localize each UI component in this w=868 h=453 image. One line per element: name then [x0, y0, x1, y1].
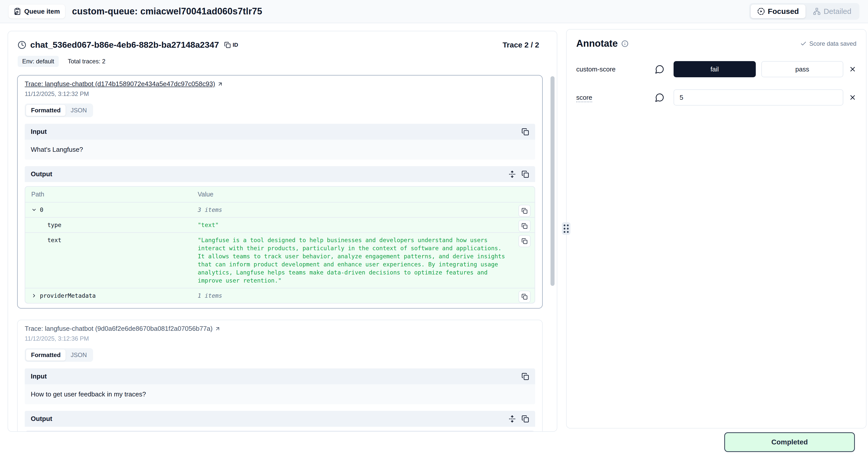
- annotate-header: Annotate Score data saved: [576, 38, 857, 49]
- annotate-title: Annotate: [576, 38, 618, 49]
- info-icon[interactable]: [621, 40, 628, 47]
- chevron-down-icon[interactable]: [31, 207, 37, 213]
- output-label: Output: [31, 415, 52, 423]
- comment-button[interactable]: [655, 64, 664, 74]
- output-label: Output: [31, 170, 52, 178]
- trace-panel-header: chat_536ed067-b86e-4eb6-882b-ba27148a234…: [8, 31, 557, 50]
- table-row: providerMetadata 1 items: [25, 288, 535, 303]
- input-value: How to get user feedback in my traces?: [25, 384, 535, 404]
- row-key: 0: [40, 206, 43, 214]
- focused-view-button[interactable]: Focused: [751, 4, 805, 18]
- json-table-header: Path Value: [25, 431, 535, 432]
- trace-list: Trace: langfuse-chatbot (d174b1589072e43…: [17, 75, 543, 432]
- input-section-header: Input: [25, 124, 535, 140]
- network-icon: [813, 7, 820, 15]
- row-value: 3 items: [198, 206, 529, 214]
- expand-output-button[interactable]: [508, 170, 516, 178]
- external-link-icon: [215, 326, 221, 332]
- external-link-icon: [217, 81, 223, 87]
- chevron-right-icon[interactable]: [31, 293, 37, 299]
- total-traces: Total traces: 2: [68, 58, 105, 65]
- queue-item-name: chat_536ed067-b86e-4eb6-882b-ba27148a234…: [30, 40, 219, 50]
- column-value: Value: [198, 191, 529, 198]
- table-row: text "Langfuse is a tool designed to hel…: [25, 232, 535, 288]
- trace-link[interactable]: Trace: langfuse-chatbot (9d0a6f2e6de8670…: [25, 325, 221, 333]
- score-input[interactable]: [674, 89, 843, 106]
- comment-button[interactable]: [655, 93, 664, 102]
- queue-item-label: Queue item: [24, 7, 60, 16]
- trace-card: Trace: langfuse-chatbot (d174b1589072e43…: [17, 75, 543, 309]
- trace-timestamp: 11/12/2025, 3:12:36 PM: [25, 335, 535, 342]
- detailed-label: Detailed: [824, 7, 851, 16]
- copy-icon: [224, 42, 231, 48]
- clipboard-pen-icon: [13, 7, 21, 15]
- tab-formatted[interactable]: Formatted: [26, 349, 66, 361]
- delete-score-button[interactable]: [849, 65, 857, 73]
- score-option-fail[interactable]: fail: [674, 61, 756, 77]
- copy-row-button[interactable]: [519, 291, 531, 303]
- input-label: Input: [31, 372, 47, 380]
- table-row: type "text": [25, 217, 535, 232]
- row-value: 1 items: [198, 292, 529, 300]
- focus-icon: [757, 7, 765, 15]
- x-icon: [849, 94, 857, 101]
- input-section-header: Input: [25, 368, 535, 384]
- clock-icon: [18, 41, 26, 49]
- id-label: ID: [233, 42, 238, 48]
- output-json-table: Path Value 0 3 items: [25, 431, 535, 432]
- trace-panel: chat_536ed067-b86e-4eb6-882b-ba27148a234…: [7, 31, 557, 432]
- trace-counter: Trace 2 / 2: [503, 41, 539, 49]
- row-key: text: [48, 236, 61, 244]
- copy-row-button[interactable]: [519, 205, 531, 217]
- row-key: type: [48, 221, 61, 229]
- copy-output-button[interactable]: [522, 415, 529, 423]
- row-key: providerMetadata: [40, 292, 96, 300]
- output-json-table: Path Value 0 3 items type "text": [25, 186, 535, 304]
- score-name: score: [576, 94, 649, 102]
- env-badge: Env: default: [18, 56, 59, 67]
- format-tabs: Formatted JSON: [25, 104, 93, 117]
- expand-output-button[interactable]: [508, 415, 516, 423]
- score-row-custom-score: custom-score fail pass: [576, 61, 857, 77]
- trace-timestamp: 11/12/2025, 3:12:32 PM: [25, 90, 535, 97]
- annotate-panel: Annotate Score data saved custom-score f…: [566, 29, 867, 428]
- trace-link-label: Trace: langfuse-chatbot (d174b1589072e43…: [25, 80, 215, 88]
- copy-row-button[interactable]: [519, 220, 531, 232]
- scrollbar[interactable]: [551, 76, 555, 286]
- content-area: chat_536ed067-b86e-4eb6-882b-ba27148a234…: [0, 23, 868, 453]
- output-section-header: Output: [25, 411, 535, 427]
- output-section-header: Output: [25, 166, 535, 182]
- view-toggle: Focused Detailed: [749, 3, 860, 20]
- row-value: "Langfuse is a tool designed to help bus…: [198, 236, 529, 285]
- score-option-pass[interactable]: pass: [761, 61, 843, 77]
- top-bar: Queue item custom-queue: cmiacwel70041ad…: [0, 0, 868, 23]
- tab-formatted[interactable]: Formatted: [26, 105, 66, 116]
- delete-score-button[interactable]: [849, 94, 857, 101]
- json-table-header: Path Value: [25, 187, 535, 202]
- row-value: "text": [198, 221, 529, 229]
- column-path: Path: [31, 191, 198, 198]
- detailed-view-button[interactable]: Detailed: [806, 4, 858, 18]
- focused-label: Focused: [768, 7, 799, 16]
- copy-output-button[interactable]: [522, 170, 529, 178]
- score-name: custom-score: [576, 65, 649, 73]
- format-tabs: Formatted JSON: [25, 348, 93, 362]
- score-row-score: score: [576, 89, 857, 106]
- copy-input-button[interactable]: [522, 373, 529, 380]
- save-status-label: Score data saved: [809, 40, 857, 47]
- comment-icon: [655, 64, 664, 74]
- table-row: 0 3 items: [25, 202, 535, 217]
- queue-item-badge: Queue item: [8, 4, 65, 19]
- panel-resize-handle[interactable]: [562, 222, 570, 235]
- trace-card: Trace: langfuse-chatbot (9d0a6f2e6de8670…: [17, 320, 543, 432]
- copy-input-button[interactable]: [522, 128, 529, 136]
- completed-button[interactable]: Completed: [724, 432, 855, 452]
- comment-icon: [655, 93, 664, 102]
- check-icon: [800, 40, 807, 47]
- tab-json[interactable]: JSON: [66, 349, 92, 361]
- copy-row-button[interactable]: [519, 235, 531, 247]
- trace-link-label: Trace: langfuse-chatbot (9d0a6f2e6de8670…: [25, 325, 213, 333]
- copy-id-button[interactable]: ID: [224, 42, 238, 48]
- trace-link[interactable]: Trace: langfuse-chatbot (d174b1589072e43…: [25, 80, 223, 88]
- tab-json[interactable]: JSON: [66, 105, 92, 116]
